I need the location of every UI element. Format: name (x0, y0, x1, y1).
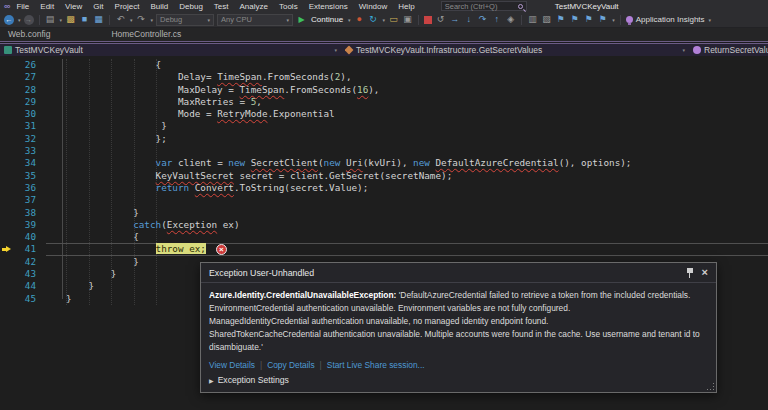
resize-grip[interactable] (706, 382, 714, 390)
new-project-dropdown-icon[interactable]: ▾ (60, 17, 63, 23)
menu-item-edit[interactable]: Edit (40, 2, 54, 11)
code-line[interactable]: 39 catch(Exception ex) (0, 219, 768, 231)
save-icon[interactable]: ■ (79, 14, 90, 25)
code-line[interactable]: 30 Mode = RetryMode.Exponential (0, 108, 768, 120)
menu-item-extensions[interactable]: Extensions (309, 2, 348, 11)
menu-item-file[interactable]: File (16, 2, 29, 11)
step-over-icon[interactable]: ↷ (477, 14, 488, 25)
type-dropdown[interactable]: TestMVCKeyVault.Infrastructure.GetSecret… (345, 44, 693, 56)
line-number[interactable]: 37 (0, 194, 46, 206)
preview-settings-icon[interactable]: ▣ (402, 14, 413, 25)
save-all-icon[interactable]: ▦ (93, 14, 104, 25)
menu-item-debug[interactable]: Debug (179, 2, 203, 11)
continue-dropdown-icon[interactable]: ▾ (348, 17, 351, 23)
line-number[interactable]: 32 (0, 133, 46, 145)
restart-app-icon[interactable]: ↺ (435, 14, 446, 25)
navigate-back-dropdown-icon[interactable]: ▾ (18, 17, 21, 23)
menu-item-view[interactable]: View (65, 2, 82, 11)
exception-settings-expander[interactable]: ▶ Exception Settings (201, 370, 716, 385)
bookmark-icon[interactable]: ⚑ (555, 14, 566, 25)
restart-dropdown-icon[interactable]: ▾ (383, 17, 386, 23)
view-details-link[interactable]: View Details (209, 360, 255, 370)
code-line[interactable]: 31 } (0, 120, 768, 132)
continue-button[interactable]: Continue (311, 15, 343, 24)
attach-process-icon[interactable]: ▭ (388, 14, 399, 25)
open-folder-icon[interactable]: ▩ (65, 14, 76, 25)
code-line[interactable]: 41 throw ex;× (0, 243, 768, 255)
line-number[interactable]: 39 (0, 219, 46, 231)
continue-icon[interactable]: ▶ (296, 14, 307, 25)
breakpoints-window-icon[interactable]: ▥ (527, 14, 538, 25)
undo-dropdown-icon[interactable]: ▾ (130, 17, 133, 23)
menu-item-test[interactable]: Test (214, 2, 229, 11)
restart-icon[interactable]: ↻ (368, 14, 379, 25)
prev-bookmark-icon[interactable]: ⚑ (569, 14, 580, 25)
code-line[interactable]: 35 KeyVaultSecret secret = client.GetSec… (0, 170, 768, 182)
pin-icon[interactable] (686, 268, 694, 278)
line-number[interactable]: 40 (0, 231, 46, 243)
search-input[interactable]: Search (Ctrl+Q) (441, 1, 527, 11)
document-tab[interactable]: Web.config (8, 29, 56, 41)
code-line[interactable]: 37 (0, 194, 768, 206)
code-map-icon[interactable]: ◈ (505, 14, 516, 25)
code-line[interactable]: 26 { (0, 59, 768, 71)
redo-icon[interactable]: ↷ (136, 14, 147, 25)
line-number[interactable]: 42 (0, 256, 46, 268)
menu-item-git[interactable]: Git (93, 2, 103, 11)
redo-dropdown-icon[interactable]: ▾ (151, 17, 154, 23)
navigate-forward-icon[interactable]: → (24, 15, 34, 25)
output-window-icon[interactable]: ▧ (541, 14, 552, 25)
code-line[interactable]: 38 } (0, 207, 768, 219)
project-dropdown[interactable]: TestMVCKeyVault ▾ (0, 44, 345, 56)
line-number[interactable]: 36 (0, 182, 46, 194)
line-number[interactable]: 45 (0, 293, 46, 305)
menu-item-build[interactable]: Build (150, 2, 168, 11)
code-line[interactable]: 28 MaxDelay = TimeSpan.FromSeconds(16), (0, 84, 768, 96)
exception-error-icon[interactable]: × (216, 244, 227, 255)
undo-icon[interactable]: ↶ (115, 14, 126, 25)
navigate-back-icon[interactable]: ← (4, 15, 14, 25)
menu-item-window[interactable]: Window (359, 2, 387, 11)
menu-item-analyze[interactable]: Analyze (240, 2, 268, 11)
solution-configuration-dropdown[interactable]: Debug▾ (156, 14, 214, 26)
step-into-icon[interactable]: ↓ (463, 14, 474, 25)
code-line[interactable]: 27 Delay= TimeSpan.FromSeconds(2), (0, 71, 768, 83)
solution-platform-dropdown[interactable]: Any CPU▾ (217, 14, 293, 26)
application-insights-button[interactable]: Application Insights (636, 15, 705, 24)
code-line[interactable]: 40 { (0, 231, 768, 243)
line-number[interactable]: 38 (0, 207, 46, 219)
start-live-share-link[interactable]: Start Live Share session... (327, 360, 425, 370)
bookmarks-overflow-icon[interactable]: ▾ (612, 17, 615, 23)
new-project-icon[interactable]: ▤ (45, 14, 56, 25)
line-number[interactable]: 43 (0, 268, 46, 280)
line-number[interactable]: 35 (0, 170, 46, 182)
line-number[interactable]: 44 (0, 280, 46, 292)
copy-details-link[interactable]: Copy Details (267, 360, 314, 370)
member-dropdown[interactable]: ReturnSecretValues(string s (693, 44, 768, 56)
code-line[interactable]: 29 MaxRetries = 5, (0, 96, 768, 108)
document-tab[interactable]: HomeController.cs (111, 29, 187, 41)
line-number[interactable]: 26 (0, 59, 46, 71)
code-line[interactable]: 33 (0, 145, 768, 157)
line-number[interactable]: 28 (0, 84, 46, 96)
clear-bookmarks-icon[interactable]: ⚑ (597, 14, 608, 25)
stop-debugging-icon[interactable] (424, 16, 432, 24)
code-line[interactable]: 36 return Convert.ToString(secret.Value)… (0, 182, 768, 194)
application-insights-dropdown-icon[interactable]: ▾ (709, 17, 712, 23)
code-line[interactable]: 34 var client = new SecretClient(new Uri… (0, 157, 768, 169)
line-number[interactable]: 34 (0, 157, 46, 169)
line-number[interactable]: 29 (0, 96, 46, 108)
hot-reload-icon[interactable]: ● (354, 14, 365, 25)
close-icon[interactable]: × (702, 267, 708, 278)
menu-item-tools[interactable]: Tools (279, 2, 298, 11)
menu-item-project[interactable]: Project (115, 2, 140, 11)
show-next-statement-icon[interactable]: → (449, 14, 460, 25)
line-number[interactable]: 27 (0, 71, 46, 83)
code-line[interactable]: 32 }; (0, 133, 768, 145)
line-number[interactable]: 33 (0, 145, 46, 157)
step-out-icon[interactable]: ↑ (491, 14, 502, 25)
menu-item-help[interactable]: Help (398, 2, 414, 11)
next-bookmark-icon[interactable]: ⚑ (583, 14, 594, 25)
line-number[interactable]: 31 (0, 120, 46, 132)
line-number[interactable]: 30 (0, 108, 46, 120)
